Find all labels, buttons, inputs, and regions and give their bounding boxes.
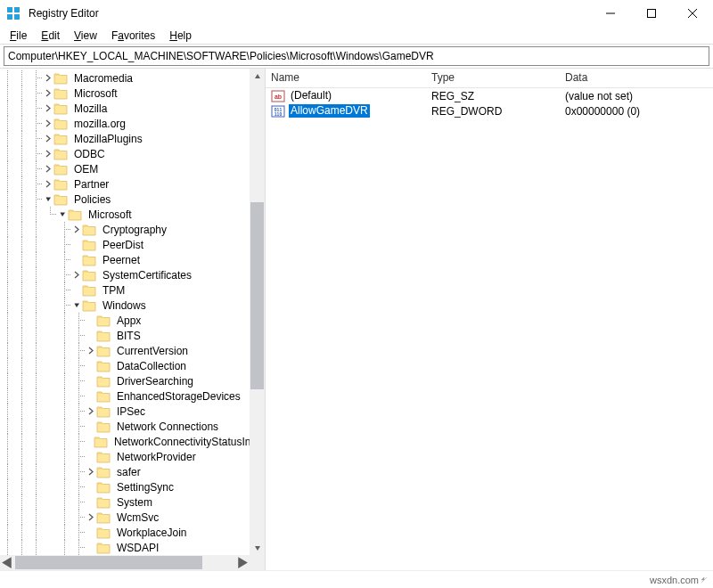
menu-edit[interactable]: Edit <box>35 29 66 43</box>
folder-icon <box>53 71 68 86</box>
horizontal-scrollbar[interactable] <box>0 555 250 570</box>
svg-rect-1 <box>14 7 20 12</box>
folder-icon <box>82 283 96 298</box>
minimize-button[interactable] <box>590 0 631 27</box>
tree-scroll-area[interactable]: MacromediaMicrosoftMozillamozilla.orgMoz… <box>0 69 250 555</box>
tree-item-label: TPM <box>100 283 127 298</box>
tree-item[interactable]: Mozilla <box>0 101 250 116</box>
expand-icon[interactable] <box>43 116 53 131</box>
tree-item-label: WorkplaceJoin <box>114 526 189 540</box>
expand-icon[interactable] <box>86 510 96 525</box>
tree-item[interactable]: TPM <box>0 282 250 298</box>
tree-item[interactable]: Macromedia <box>0 70 250 86</box>
tree-item[interactable]: WcmSvc <box>0 510 250 525</box>
values-pane: Name Type Data (Default)REG_SZ(value not… <box>266 69 713 570</box>
tree-item-label: IPSec <box>114 404 148 419</box>
tree-item[interactable]: OEM <box>0 161 250 176</box>
address-bar[interactable]: Computer\HKEY_LOCAL_MACHINE\SOFTWARE\Pol… <box>4 46 709 66</box>
menu-view[interactable]: View <box>68 29 103 43</box>
tree-item[interactable]: NetworkConnectivityStatusIndic <box>0 434 250 449</box>
tree-item-label: WcmSvc <box>114 510 161 525</box>
tree-item[interactable]: ODBC <box>0 146 250 161</box>
value-data: (value not set) <box>560 88 713 103</box>
expand-icon[interactable] <box>86 343 96 358</box>
folder-icon <box>96 480 111 494</box>
tree-item[interactable]: Network Connections <box>0 419 250 434</box>
tree-item[interactable]: DriverSearching <box>0 373 250 388</box>
tree-item[interactable]: Appx <box>0 313 250 328</box>
close-button[interactable] <box>672 0 713 27</box>
scroll-down-button[interactable] <box>250 540 265 555</box>
tree-item-label: ODBC <box>71 147 108 161</box>
tree-item-label: NetworkConnectivityStatusIndic <box>111 435 250 449</box>
scroll-right-button[interactable] <box>234 555 250 570</box>
folder-icon <box>96 374 111 388</box>
tree-item-label: SystemCertificates <box>100 268 194 282</box>
expand-icon[interactable] <box>43 161 53 176</box>
folder-icon <box>53 192 68 207</box>
scrollbar-corner <box>250 555 265 570</box>
tree-item[interactable]: MozillaPlugins <box>0 131 250 146</box>
expand-icon[interactable] <box>43 101 53 116</box>
expand-icon[interactable] <box>71 267 82 282</box>
expand-icon[interactable] <box>43 70 53 86</box>
tree-item-label: PeerDist <box>100 238 146 252</box>
tree-item[interactable]: safer <box>0 464 250 479</box>
expand-icon[interactable] <box>86 404 96 419</box>
folder-icon <box>53 177 68 192</box>
tree-item[interactable]: Partner <box>0 176 250 192</box>
tree-item[interactable]: SystemCertificates <box>0 267 250 282</box>
vertical-scrollbar[interactable] <box>250 69 265 555</box>
value-name: (Default) <box>289 89 333 102</box>
expand-icon[interactable] <box>86 464 96 479</box>
column-type[interactable]: Type <box>426 69 560 87</box>
expand-icon[interactable] <box>43 146 53 161</box>
tree-item[interactable]: Policies <box>0 192 250 207</box>
tree-item[interactable]: BITS <box>0 328 250 343</box>
menu-help[interactable]: Help <box>163 29 198 43</box>
svg-rect-5 <box>648 10 656 18</box>
tree-item[interactable]: Cryptography <box>0 222 250 237</box>
tree-item[interactable]: Microsoft <box>0 86 250 101</box>
window-buttons <box>590 0 713 27</box>
tree-item[interactable]: mozilla.org <box>0 116 250 131</box>
tree-item[interactable]: WSDAPI <box>0 540 250 555</box>
maximize-button[interactable] <box>631 0 672 27</box>
folder-icon <box>82 268 96 282</box>
tree-item[interactable]: System <box>0 494 250 510</box>
value-row[interactable]: (Default)REG_SZ(value not set) <box>266 88 713 103</box>
column-data[interactable]: Data <box>560 69 713 87</box>
expand-icon[interactable] <box>71 222 82 237</box>
value-row[interactable]: AllowGameDVRREG_DWORD0x00000000 (0) <box>266 103 713 118</box>
column-name[interactable]: Name <box>266 69 426 87</box>
values-list: (Default)REG_SZ(value not set)AllowGameD… <box>266 88 713 118</box>
tree-item[interactable]: NetworkProvider <box>0 449 250 464</box>
menu-file[interactable]: File <box>4 29 33 43</box>
expand-icon[interactable] <box>43 176 53 192</box>
collapse-icon[interactable] <box>71 298 82 313</box>
tree-item[interactable]: EnhancedStorageDevices <box>0 388 250 404</box>
tree-item[interactable]: WorkplaceJoin <box>0 525 250 540</box>
tree-item[interactable]: IPSec <box>0 404 250 419</box>
folder-icon <box>96 404 111 419</box>
value-data: 0x00000000 (0) <box>560 103 713 118</box>
expand-icon[interactable] <box>43 86 53 101</box>
tree-item[interactable]: Microsoft <box>0 207 250 222</box>
tree-item-label: Mozilla <box>71 102 110 116</box>
scroll-thumb[interactable] <box>250 202 264 389</box>
tree-item[interactable]: Windows <box>0 298 250 313</box>
tree-item[interactable]: PeerDist <box>0 237 250 252</box>
folder-icon <box>96 389 111 404</box>
menu-favorites[interactable]: Favorites <box>105 29 161 43</box>
tree-item[interactable]: DataCollection <box>0 358 250 373</box>
tree-item[interactable]: SettingSync <box>0 479 250 494</box>
folder-icon <box>96 526 111 540</box>
tree-item[interactable]: CurrentVersion <box>0 343 250 358</box>
collapse-icon[interactable] <box>43 192 53 207</box>
collapse-icon[interactable] <box>57 207 68 222</box>
scroll-up-button[interactable] <box>250 69 265 84</box>
tree-item[interactable]: Peernet <box>0 252 250 267</box>
expand-icon[interactable] <box>43 131 53 146</box>
scroll-thumb-horizontal[interactable] <box>15 556 202 569</box>
scroll-left-button[interactable] <box>0 555 15 570</box>
